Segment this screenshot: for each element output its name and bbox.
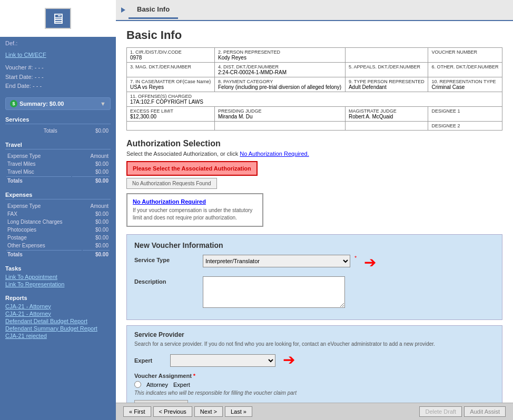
audit-assist-button[interactable]: Audit Assist [464, 406, 506, 417]
cell-person-represented: 2. PERSON REPRESENTED Kody Reyes [214, 48, 345, 63]
tasks-title: Tasks [5, 265, 111, 272]
sidebar-voucher-info: Voucher #: - - - Start Date: - - - End D… [0, 60, 116, 94]
cell-presiding-judge: PRESIDING JUDGE Miranda M. Du [214, 107, 345, 122]
expert-select[interactable] [170, 354, 275, 367]
voucher-assignment-desc: This indicates who will be responsible f… [134, 390, 495, 396]
cell-type-person: 9. TYPE PERSON REPRESENTED Adult Defenda… [345, 77, 428, 92]
voucher-assignment-label: Voucher Assignment * [134, 373, 495, 379]
next-button[interactable]: Next > [194, 406, 223, 417]
travel-totals-label: Totals [6, 176, 71, 184]
basic-info-table: 1. CIR./DIST./DIV.CODE 0978 2. PERSON RE… [126, 47, 502, 131]
delete-draft-button[interactable]: Delete Draft [419, 406, 462, 417]
cell-other-dkt: 6. OTHER. DKT./DEF.NUMBER [428, 63, 502, 77]
cell-case-name: 7. IN CASE/MATTER OF(Case Name) USA vs R… [127, 77, 215, 92]
other-expenses-name: Other Expenses [6, 242, 82, 249]
expenses-amount-col: Amount [83, 203, 110, 209]
expert-row: Expert ➔ [134, 352, 495, 368]
travel-misc-amount: $0.00 [72, 168, 110, 175]
description-control-wrap [203, 276, 495, 308]
auth-selection-section: Authorization Selection Select the Assoc… [126, 139, 502, 227]
summary-dollar-icon: $ [10, 100, 17, 107]
sidebar-travel-section: Travel Expense TypeAmount Travel Miles$0… [0, 138, 116, 188]
sidebar: 🖥 Def.: Link to CM/ECF Voucher #: - - - … [0, 0, 116, 420]
expert-label: Expert [134, 357, 166, 364]
expert-arrow-icon: ➔ [283, 351, 295, 368]
travel-totals-value: $0.00 [72, 176, 110, 184]
services-totals-label: Totals [6, 127, 58, 134]
reports-title: Reports [5, 295, 111, 301]
sidebar-summary[interactable]: $ Summary: $0.00 ▼ [5, 97, 111, 110]
report-cja21-attorney-1[interactable]: CJA-21 - Attorney [5, 303, 111, 309]
sidebar-cm-ecf-link[interactable]: Link to CM/ECF [0, 49, 116, 60]
no-auth-requests-label: No Authorization Requests Found [126, 178, 217, 189]
provider-desc: Search for a service provider. If you do… [134, 341, 495, 348]
voucher-assignment-radio-group: Attorney Expert [134, 381, 495, 388]
first-button[interactable]: « First [123, 406, 151, 417]
sidebar-def-label: Def.: [0, 37, 116, 49]
description-row: Description [134, 276, 495, 308]
auth-selection-title: Authorization Selection [126, 139, 502, 148]
cell-excess-fee: EXCESS FEE LIMIT $12,300.00 [127, 107, 215, 122]
report-cja21-rejected[interactable]: CJA-21 rejected [5, 333, 111, 339]
no-auth-required-box: No Authorization Required If your vouche… [126, 193, 263, 227]
report-defendant-summary[interactable]: Defendant Summary Budget Report [5, 325, 111, 332]
no-authorization-required-link[interactable]: No Authorization Required [133, 198, 257, 205]
service-type-row: Service Type Interpreter/Translator * ➔ [134, 255, 495, 271]
sidebar-services-section: Services Totals$0.00 [0, 113, 116, 138]
link-to-appointment[interactable]: Link To Appointment [5, 274, 111, 280]
expenses-title: Expenses [5, 192, 111, 199]
cell-empty-3 [214, 122, 345, 131]
last-button[interactable]: Last » [225, 406, 252, 417]
page-title: Basic Info [126, 28, 502, 42]
service-type-control-wrap: Interpreter/Translator * ➔ [203, 255, 495, 271]
provider-title: Service Provider [134, 331, 495, 338]
summary-arrow-icon: ▼ [100, 101, 106, 107]
tab-basic-info[interactable]: Basic Info [129, 1, 178, 19]
service-type-required: * [354, 255, 357, 261]
sidebar-tasks-section: Tasks Link To Appointment Link To Repres… [0, 262, 116, 292]
travel-amount-col: Amount [72, 153, 110, 159]
expenses-type-col: Expense Type [6, 203, 82, 209]
tab-triangle-icon [121, 7, 125, 13]
service-type-arrow-icon: ➔ [364, 254, 376, 271]
auth-selection-subtitle: Select the Associated Authorization, or … [126, 151, 502, 157]
cell-designee2: DESIGNEE 2 [428, 122, 502, 131]
long-distance-amount: $0.00 [83, 218, 110, 225]
previous-button[interactable]: < Previous [153, 406, 192, 417]
travel-misc-name: Travel Misc [6, 168, 71, 175]
radio-expert-label: Expert [173, 382, 190, 388]
cell-appeals-dkt: 5. APPEALS. DKT./DEF.NUMBER [345, 63, 428, 77]
cell-cir-dist: 1. CIR./DIST./DIV.CODE 0978 [127, 48, 215, 63]
cell-dist-dkt: 4. DIST. DKT./DEF.NUMBER 2:24-CR-00024-1… [214, 63, 345, 77]
cell-empty-1 [345, 48, 428, 63]
other-expenses-amount: $0.00 [83, 242, 110, 249]
sidebar-reports-section: Reports CJA-21 - Attorney CJA-21 - Attor… [0, 292, 116, 343]
new-voucher-section: New Voucher Information Service Type Int… [126, 234, 502, 320]
fax-amount: $0.00 [83, 211, 110, 217]
photocopies-amount: $0.00 [83, 226, 110, 233]
cell-offenses: 11. OFFENSE(S) CHARGED 17A:102.F COPYRIG… [127, 92, 502, 107]
new-voucher-title: New Voucher Information [134, 241, 495, 249]
services-totals-value: $0.00 [60, 127, 110, 134]
fax-name: FAX [6, 211, 82, 217]
description-label: Description [134, 276, 203, 285]
postage-name: Postage [6, 234, 82, 241]
sidebar-logo: 🖥 [0, 0, 116, 37]
report-defendant-detail[interactable]: Defendant Detail Budget Report [5, 318, 111, 324]
cell-payment-category: 8. PAYMENT CATEGORY Felony (including pr… [214, 77, 345, 92]
service-type-select[interactable]: Interpreter/Translator [203, 255, 350, 267]
services-title: Services [5, 116, 111, 124]
expenses-totals-label: Totals [6, 250, 82, 258]
cell-designee1: DESIGNEE 1 [428, 107, 502, 122]
no-auth-required-link-top[interactable]: No Authorization Required. [240, 151, 309, 157]
photocopies-name: Photocopies [6, 226, 82, 233]
description-textarea[interactable] [203, 276, 345, 308]
link-to-representation[interactable]: Link To Representation [5, 281, 111, 287]
travel-expense-col: Expense Type [6, 153, 71, 159]
travel-miles-name: Travel Miles [6, 161, 71, 167]
please-select-auth-box[interactable]: Please Select the Associated Authorizati… [126, 161, 258, 176]
summary-amount: Summary: $0.00 [19, 101, 64, 107]
monitor-icon: 🖥 [45, 8, 71, 29]
report-cja21-attorney-2[interactable]: CJA-21 - Attorney [5, 311, 111, 317]
radio-attorney[interactable] [134, 381, 141, 388]
